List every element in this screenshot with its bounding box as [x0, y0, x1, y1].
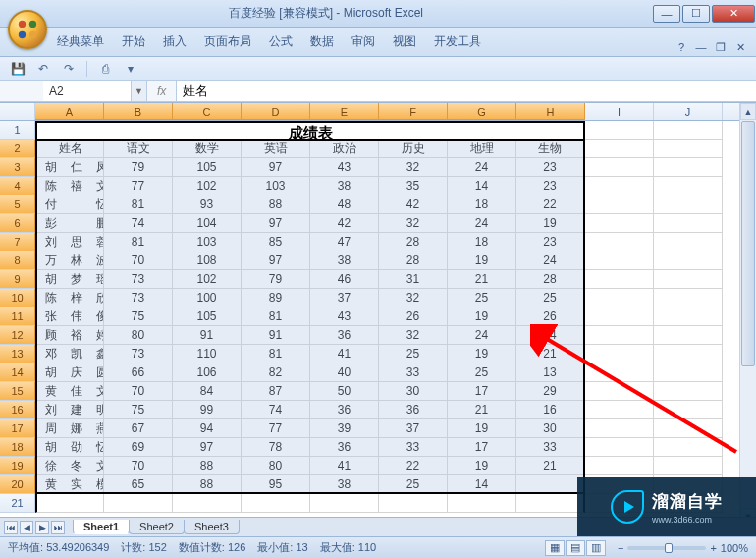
cell[interactable]	[585, 158, 654, 177]
cell[interactable]: 19	[448, 251, 516, 270]
zoom-out-icon[interactable]: −	[618, 542, 623, 554]
cell[interactable]: 38	[310, 177, 379, 195]
row-header[interactable]: 3	[0, 158, 35, 177]
dropdown-icon[interactable]: ▾	[123, 61, 138, 77]
cell[interactable]: 25	[379, 345, 448, 363]
cell[interactable]: 32	[379, 158, 448, 177]
cell[interactable]: 37	[310, 289, 379, 307]
column-header[interactable]: A	[35, 103, 104, 120]
cell[interactable]: 88	[242, 195, 310, 214]
cell[interactable]	[654, 457, 723, 475]
cell[interactable]: 93	[173, 195, 242, 214]
formula-input[interactable]	[177, 81, 756, 101]
cell[interactable]: 38	[310, 475, 379, 494]
ribbon-tab[interactable]: 数据	[308, 31, 336, 52]
cell[interactable]: 24	[448, 326, 516, 345]
cell[interactable]: 91	[173, 326, 242, 345]
vertical-scrollbar[interactable]: ▲ ▼	[739, 103, 756, 525]
cell[interactable]: 81	[104, 233, 173, 251]
cell[interactable]	[654, 270, 723, 289]
cell[interactable]: 25	[379, 475, 448, 494]
table-header-cell[interactable]: 语文	[104, 140, 173, 158]
cell[interactable]	[585, 251, 654, 270]
cell[interactable]: 19	[448, 457, 516, 475]
cell[interactable]: 23	[516, 177, 585, 195]
cell[interactable]: 87	[242, 382, 310, 401]
cell[interactable]	[585, 345, 654, 363]
cell[interactable]	[242, 494, 310, 513]
cell[interactable]: 付 忆	[35, 195, 104, 214]
cell[interactable]: 36	[310, 326, 379, 345]
cell[interactable]: 33	[516, 438, 585, 457]
table-header-cell[interactable]: 英语	[242, 140, 310, 158]
row-header[interactable]: 12	[0, 326, 35, 345]
cell[interactable]: 21	[516, 345, 585, 363]
cell[interactable]: 77	[242, 419, 310, 438]
cell[interactable]: 74	[242, 401, 310, 419]
cell[interactable]	[585, 195, 654, 214]
cell[interactable]: 38	[310, 251, 379, 270]
cell[interactable]: 73	[104, 289, 173, 307]
cell[interactable]	[654, 401, 723, 419]
cell[interactable]	[516, 475, 585, 494]
cell[interactable]: 100	[173, 289, 242, 307]
help-icon[interactable]: ?	[674, 41, 689, 54]
sheet-tab[interactable]: Sheet2	[129, 520, 185, 534]
cell[interactable]: 21	[516, 457, 585, 475]
cell[interactable]	[585, 382, 654, 401]
cell[interactable]: 26	[516, 307, 585, 326]
cell[interactable]	[585, 363, 654, 382]
cell[interactable]: 77	[104, 177, 173, 195]
cell[interactable]: 28	[379, 233, 448, 251]
cell[interactable]: 14	[448, 475, 516, 494]
cell[interactable]: 81	[104, 195, 173, 214]
cell[interactable]: 75	[104, 307, 173, 326]
cell[interactable]: 67	[104, 419, 173, 438]
cell[interactable]: 79	[242, 270, 310, 289]
cell[interactable]	[585, 270, 654, 289]
cell[interactable]	[654, 438, 723, 457]
cell[interactable]: 周 娜 燕	[35, 419, 104, 438]
cell[interactable]	[35, 494, 104, 513]
cell[interactable]: 84	[173, 382, 242, 401]
cell[interactable]: 50	[310, 382, 379, 401]
office-button[interactable]	[8, 10, 47, 49]
cell[interactable]: 74	[104, 214, 173, 233]
cell[interactable]	[654, 195, 723, 214]
column-header[interactable]: D	[242, 103, 310, 120]
cell[interactable]	[585, 177, 654, 195]
row-header[interactable]: 2	[0, 140, 35, 158]
cell[interactable]: 102	[173, 270, 242, 289]
cell[interactable]: 24	[516, 251, 585, 270]
cell[interactable]	[585, 233, 654, 251]
cell[interactable]: 35	[379, 177, 448, 195]
row-header[interactable]: 20	[0, 475, 35, 494]
cell[interactable]: 43	[310, 307, 379, 326]
cell[interactable]: 105	[173, 307, 242, 326]
cell[interactable]	[654, 251, 723, 270]
cell[interactable]: 65	[104, 475, 173, 494]
cell[interactable]	[654, 289, 723, 307]
cell[interactable]: 14	[448, 177, 516, 195]
cell[interactable]: 70	[104, 382, 173, 401]
cell[interactable]: 66	[104, 363, 173, 382]
cell[interactable]: 陈 梓 欣	[35, 289, 104, 307]
sheet-tab[interactable]: Sheet1	[73, 520, 130, 534]
cell[interactable]: 80	[242, 457, 310, 475]
cell[interactable]: 顾 裕 婷	[35, 326, 104, 345]
ribbon-tab[interactable]: 视图	[391, 31, 418, 52]
column-header[interactable]: E	[310, 103, 379, 120]
zoom-in-icon[interactable]: +	[710, 542, 716, 554]
cell[interactable]: 70	[104, 457, 173, 475]
sheet-first-icon[interactable]: ⏮	[4, 521, 18, 534]
table-title[interactable]: 成绩表	[35, 121, 585, 140]
cell[interactable]: 69	[104, 438, 173, 457]
cell[interactable]: 81	[242, 307, 310, 326]
cell[interactable]: 41	[310, 345, 379, 363]
cell[interactable]: 24	[448, 158, 516, 177]
column-header[interactable]: H	[516, 103, 585, 120]
cell[interactable]: 81	[242, 345, 310, 363]
sheet-last-icon[interactable]: ⏭	[51, 521, 65, 534]
cell[interactable]	[585, 457, 654, 475]
column-header[interactable]: I	[585, 103, 654, 120]
